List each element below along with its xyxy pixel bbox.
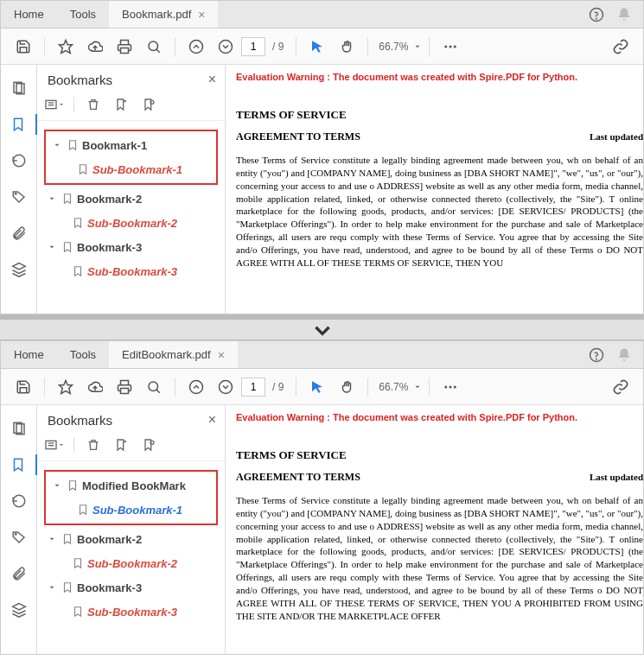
- bookmark-sub-node[interactable]: Sub-Bookmark-2: [41, 211, 221, 235]
- page-number-input[interactable]: [241, 378, 265, 397]
- search-icon[interactable]: [140, 33, 168, 60]
- chevron-down-icon[interactable]: [48, 194, 58, 203]
- star-icon[interactable]: [52, 373, 80, 401]
- bookmark-node[interactable]: Bookmark-2: [41, 527, 221, 551]
- bookmark-sub-node[interactable]: Sub-Bookmark-3: [41, 600, 221, 624]
- history-icon[interactable]: [9, 491, 29, 511]
- star-icon[interactable]: [52, 33, 80, 60]
- bookmark-sub-label[interactable]: Sub-Bookmark-1: [92, 504, 182, 517]
- chevron-down-icon[interactable]: [48, 535, 58, 543]
- layers-icon[interactable]: [9, 600, 29, 620]
- panel-close-icon[interactable]: ×: [208, 72, 216, 87]
- share-link-icon[interactable]: [607, 33, 634, 60]
- layers-icon[interactable]: [9, 259, 29, 280]
- print-icon[interactable]: [111, 33, 138, 60]
- tab-document[interactable]: Bookmark.pdf ×: [109, 1, 218, 28]
- chevron-down-icon[interactable]: [53, 141, 63, 149]
- hand-pan-icon[interactable]: [333, 373, 360, 401]
- tag-icon[interactable]: [9, 527, 29, 548]
- page-down-icon[interactable]: [212, 33, 239, 60]
- bookmark-label[interactable]: Bookmark-3: [77, 241, 142, 254]
- save-icon[interactable]: [10, 373, 37, 401]
- document-view[interactable]: Evaluation Warning : The document was cr…: [226, 65, 643, 314]
- thumbnails-icon[interactable]: [9, 418, 29, 439]
- cloud-upload-icon[interactable]: [81, 373, 109, 401]
- tab-tools[interactable]: Tools: [57, 1, 109, 28]
- bookmark-sub-node[interactable]: Sub-Bookmark-1: [46, 498, 216, 522]
- svg-point-18: [150, 100, 154, 104]
- share-link-icon[interactable]: [607, 373, 634, 401]
- bookmark-sub-label[interactable]: Sub-Bookmark-3: [87, 265, 177, 278]
- help-icon[interactable]: [588, 346, 605, 364]
- bookmark-label[interactable]: Bookmark-3: [77, 581, 142, 594]
- bookmark-sub-label[interactable]: Sub-Bookmark-2: [87, 557, 177, 570]
- new-bookmark-icon[interactable]: [111, 94, 131, 115]
- history-icon[interactable]: [9, 150, 29, 171]
- panel-options-icon[interactable]: [44, 94, 65, 115]
- new-bookmark-icon[interactable]: [111, 435, 131, 455]
- more-tools-icon[interactable]: [437, 373, 464, 401]
- zoom-dropdown-icon[interactable]: [413, 383, 422, 391]
- chevron-down-icon[interactable]: [48, 243, 58, 251]
- delete-bookmark-icon[interactable]: [83, 435, 104, 455]
- bookmark-label[interactable]: Bookmark-2: [77, 193, 142, 206]
- selection-arrow-icon[interactable]: [303, 33, 331, 60]
- bookmark-node[interactable]: Bookmark-3: [41, 235, 221, 259]
- attachment-icon[interactable]: [9, 563, 29, 584]
- svg-line-24: [156, 390, 160, 393]
- bookmark-sub-node[interactable]: Sub-Bookmark-1: [46, 157, 216, 181]
- bookmark-node[interactable]: Bookmark-1: [46, 133, 216, 157]
- bookmark-node[interactable]: Bookmark-3: [41, 575, 221, 600]
- page-down-icon[interactable]: [212, 373, 239, 401]
- page-number-input[interactable]: [241, 37, 265, 56]
- bell-icon[interactable]: [615, 346, 633, 364]
- bookmark-sub-label[interactable]: Sub-Bookmark-1: [92, 163, 182, 176]
- bell-icon[interactable]: [615, 6, 633, 23]
- bookmark-label[interactable]: Bookmark-2: [77, 533, 142, 546]
- bookmark-sub-label[interactable]: Sub-Bookmark-3: [87, 606, 177, 619]
- delete-bookmark-icon[interactable]: [83, 94, 104, 115]
- zoom-dropdown-icon[interactable]: [413, 42, 422, 51]
- panel-title: Bookmarks: [48, 413, 208, 428]
- bookmark-icon: [61, 533, 73, 545]
- bookmark-icon: [72, 557, 84, 569]
- tab-close-icon[interactable]: ×: [218, 348, 225, 362]
- print-icon[interactable]: [111, 373, 138, 401]
- page-up-icon[interactable]: [182, 373, 210, 401]
- tab-close-icon[interactable]: ×: [198, 8, 205, 22]
- attachment-icon[interactable]: [9, 223, 29, 244]
- bookmarks-strip-icon[interactable]: [1, 114, 37, 135]
- main-toolbar: / 9 66.7%: [1, 369, 643, 405]
- cloud-upload-icon[interactable]: [81, 33, 109, 60]
- find-bookmark-icon[interactable]: [138, 94, 159, 115]
- save-icon[interactable]: [10, 33, 37, 60]
- find-bookmark-icon[interactable]: [138, 435, 159, 455]
- search-icon[interactable]: [140, 373, 168, 401]
- selection-arrow-icon[interactable]: [303, 373, 331, 401]
- bookmark-label[interactable]: Bookmark-1: [82, 139, 147, 152]
- bookmark-node[interactable]: Bookmark-2: [41, 187, 221, 211]
- bookmark-label[interactable]: Modified BookMark: [82, 479, 186, 492]
- tab-tools[interactable]: Tools: [57, 341, 109, 368]
- page-up-icon[interactable]: [182, 33, 210, 60]
- bookmark-sub-node[interactable]: Sub-Bookmark-3: [41, 259, 221, 283]
- chevron-down-icon[interactable]: [53, 481, 63, 490]
- tab-home[interactable]: Home: [1, 341, 57, 368]
- bookmark-sub-label[interactable]: Sub-Bookmark-2: [87, 217, 177, 230]
- bookmarks-strip-icon[interactable]: [1, 454, 37, 475]
- tag-icon[interactable]: [9, 187, 29, 207]
- thumbnails-icon[interactable]: [9, 78, 29, 98]
- panel-close-icon[interactable]: ×: [208, 412, 216, 428]
- panel-options-icon[interactable]: [44, 435, 65, 455]
- hand-pan-icon[interactable]: [333, 33, 360, 60]
- doc-updated-label: Last updated: [590, 131, 643, 142]
- bookmark-sub-node[interactable]: Sub-Bookmark-2: [41, 551, 221, 575]
- tab-document[interactable]: EditBookmark.pdf ×: [109, 341, 238, 368]
- chevron-down-icon[interactable]: [48, 583, 58, 592]
- document-view[interactable]: Evaluation Warning : The document was cr…: [226, 405, 643, 654]
- tab-home[interactable]: Home: [1, 1, 57, 28]
- bookmark-node[interactable]: Modified BookMark: [46, 473, 216, 498]
- more-tools-icon[interactable]: [437, 33, 464, 60]
- help-icon[interactable]: [588, 6, 605, 23]
- bookmark-icon: [61, 581, 73, 593]
